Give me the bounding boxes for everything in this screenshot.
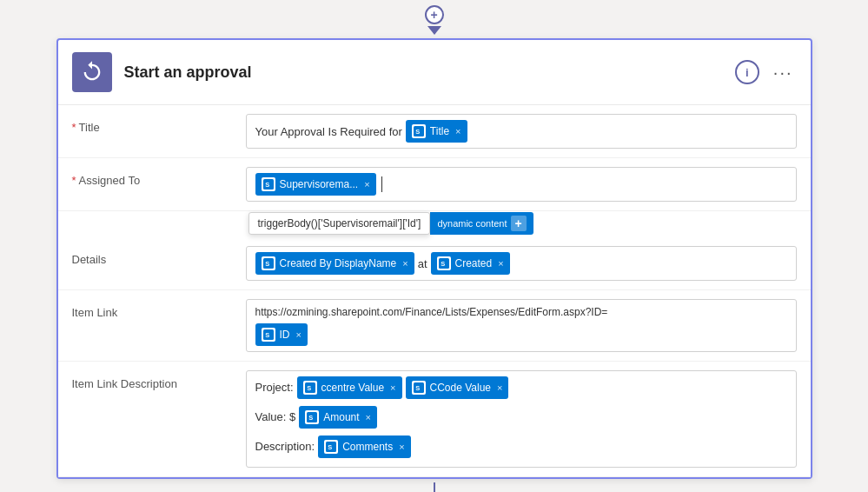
id-token-close[interactable]: × [296,329,301,340]
svg-text:S: S [328,443,332,451]
sharepoint-icon-9: S [324,440,338,454]
supervisoremail-token-close[interactable]: × [364,179,369,189]
details-field-row: Details S Created By DisplayName × at [58,237,811,290]
title-input[interactable]: Your Approval Is Required for S Title × [246,114,797,149]
project-prefix: Project: [255,378,294,396]
supervisoremail-token[interactable]: S Supervisorema... × [255,173,376,196]
comments-token-text: Comments [342,441,393,453]
item-link-desc-field-row: Item Link Description Project: S [58,362,811,477]
arrow-connector [427,26,441,35]
details-input[interactable]: S Created By DisplayName × at S [246,246,797,281]
bottom-connector [425,482,444,492]
sharepoint-icon-5: S [262,328,275,342]
more-options-button[interactable]: ··· [770,63,797,83]
ccode-token-close[interactable]: × [497,382,502,393]
title-prefix-text: Your Approval Is Required for [255,123,402,141]
sharepoint-icon-3: S [262,256,275,270]
canvas: + Start an approval i ··· *Title [0,0,868,492]
sharepoint-icon-6: S [303,381,317,395]
card-header: Start an approval i ··· [58,40,811,105]
comments-token[interactable]: S Comments × [318,435,410,458]
assigned-to-input[interactable]: S Supervisorema... × [246,167,797,202]
title-token-close[interactable]: × [455,126,461,136]
title-token[interactable]: S Title × [406,120,467,143]
approval-icon-svg [80,60,104,84]
item-link-label: Item Link [72,299,246,319]
card-body: *Title Your Approval Is Required for S T… [58,105,811,477]
dynamic-content-label: dynamic content [437,218,507,229]
ccentre-token-text: ccentre Value [321,382,385,394]
assigned-to-required-star: * [72,174,76,187]
ccentre-value-token[interactable]: S ccentre Value × [297,376,402,399]
created-by-displayname-token[interactable]: S Created By DisplayName × [255,252,414,275]
dynamic-plus-button[interactable]: + [511,216,527,231]
created-token-close[interactable]: × [498,258,503,269]
sharepoint-icon-8: S [305,410,319,424]
amount-token-close[interactable]: × [366,412,371,422]
created-by-token-text: Created By DisplayName [280,257,397,269]
svg-text:S: S [265,181,269,189]
ccode-token-text: CCode Value [430,382,492,394]
comments-token-close[interactable]: × [399,442,404,452]
desc-line-description: Description: S Comments × [255,435,787,458]
sharepoint-icon-4: S [437,256,451,270]
at-separator: at [418,255,427,273]
created-by-token-close[interactable]: × [402,258,407,269]
amount-token[interactable]: S Amount × [299,406,377,429]
tooltip-text: triggerBody()['Supervisoremail']['Id'] [258,217,421,229]
item-link-url-text: https://ozmining.sharepoint.com/Finance/… [255,305,608,320]
sharepoint-icon-2: S [262,177,275,191]
card-icon [72,52,112,92]
tooltip-box: triggerBody()['Supervisoremail']['Id'] [248,212,431,235]
item-link-desc-label: Item Link Description [72,370,246,390]
item-link-desc-input[interactable]: Project: S ccentre Value × [246,370,797,468]
item-link-input[interactable]: https://ozmining.sharepoint.com/Finance/… [246,299,797,352]
svg-text:S: S [309,414,314,422]
title-required-star: * [72,121,76,134]
assigned-to-label: *Assigned To [72,167,246,187]
title-label: *Title [72,114,246,134]
svg-text:S: S [265,331,269,339]
supervisoremail-token-text: Supervisorema... [280,178,359,190]
details-label: Details [72,246,246,266]
ccode-value-token[interactable]: S CCode Value × [406,376,509,399]
bottom-line [434,482,435,492]
sharepoint-icon-7: S [412,381,426,395]
svg-text:S: S [415,384,420,392]
id-token[interactable]: S ID × [255,323,308,346]
dynamic-content-badge[interactable]: dynamic content + [430,212,533,235]
assigned-to-field-row: *Assigned To S Supervisorema... × [58,158,811,211]
amount-token-text: Amount [323,411,359,423]
title-token-text: Title [430,125,449,137]
top-connector: + [425,5,444,35]
add-step-button[interactable]: + [425,5,444,24]
text-cursor [381,176,382,192]
sharepoint-icon: S [412,124,426,138]
svg-text:S: S [307,384,311,392]
description-prefix: Description: [255,437,315,455]
header-actions: i ··· [735,60,797,84]
value-prefix: Value: $ [255,408,296,426]
created-token-text: Created [455,257,493,269]
info-button[interactable]: i [735,60,759,84]
ccentre-token-close[interactable]: × [390,382,395,393]
created-token[interactable]: S Created × [431,252,510,275]
item-link-field-row: Item Link https://ozmining.sharepoint.co… [58,290,811,362]
svg-text:S: S [441,260,445,268]
svg-text:S: S [415,128,420,136]
svg-text:S: S [265,260,269,268]
title-field-row: *Title Your Approval Is Required for S T… [58,105,811,158]
approval-card: Start an approval i ··· *Title Your Appr… [56,38,812,479]
card-title: Start an approval [124,63,735,82]
desc-line-project: Project: S ccentre Value × [255,376,787,399]
tooltip-container: triggerBody()['Supervisoremail']['Id'] d… [248,212,533,235]
desc-line-value: Value: $ S Amount × [255,406,787,429]
id-token-text: ID [280,329,290,341]
